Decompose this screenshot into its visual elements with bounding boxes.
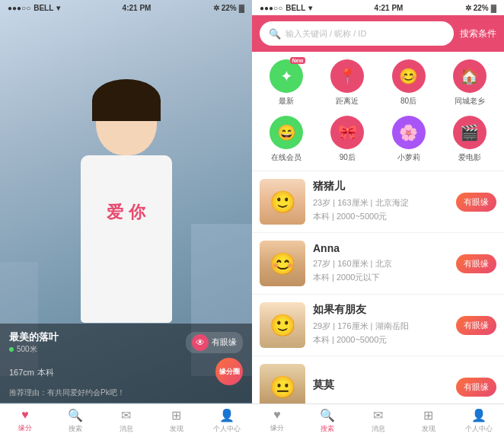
user-education: 本科: [37, 368, 54, 377]
user-details-2: 27岁 | 160厘米 | 北京本科 | 2000元以下: [313, 257, 448, 284]
left-panel: ●●●○○ BELL ▾ 4:21 PM ✲ 22% ▓ 爱 你 最美的落叶 5…: [0, 0, 252, 437]
wifi-icon: ▾: [56, 4, 60, 12]
nearby-label: 距离近: [336, 96, 359, 107]
shirt-text: 爱 你: [107, 201, 145, 224]
filter-item-movie[interactable]: 🎬 爱电影: [453, 116, 486, 163]
search-icon-right: 🔍: [320, 408, 335, 423]
80s-icon: 😊: [392, 59, 426, 93]
user-card-1[interactable]: 🙂 猪猪儿 23岁 | 163厘米 | 北京海淀本科 | 2000~5000元 …: [252, 171, 504, 232]
battery-icon-right: ▓: [491, 4, 496, 12]
search-magnifier-icon: 🔍: [269, 28, 281, 40]
like-button-4[interactable]: 有眼缘: [456, 378, 496, 397]
carrier-info-right: ●●●○○ BELL ▾: [260, 4, 312, 12]
left-user-block: 最美的落叶 500米: [9, 330, 59, 355]
battery-info-right: ✲ 22% ▓: [465, 4, 496, 12]
message-label-right: 消息: [372, 424, 385, 434]
right-panel: ●●●○○ BELL ▾ 4:21 PM ✲ 22% ▓ 🔍 输入关键词 / 昵…: [252, 0, 504, 437]
filter-item-90s[interactable]: 🎀 90后: [330, 116, 364, 163]
filter-item-loli[interactable]: 🌸 小萝莉: [392, 116, 426, 163]
loli-icon: 🌸: [392, 116, 426, 149]
90s-label: 90后: [340, 152, 356, 163]
person-hair: [92, 79, 161, 121]
user-info-1: 猪猪儿 23岁 | 163厘米 | 北京海淀本科 | 2000~5000元: [313, 180, 448, 223]
recommend-text: 推荐理由：有共同爱好约会Pk吧！: [9, 388, 243, 398]
profile-icon-left: 👤: [219, 408, 234, 423]
user-stats-text: 167cm 本科: [9, 365, 54, 378]
bluetooth-icon: ✲: [213, 4, 219, 12]
user-distance: 500米: [9, 344, 59, 355]
nav-item-yuanfen-right[interactable]: ♥ 缘分: [252, 404, 302, 437]
nav-item-yuanfen-left[interactable]: ♥ 缘分: [0, 404, 50, 437]
filter-item-80s[interactable]: 😊 80后: [392, 59, 426, 107]
nav-item-message-right[interactable]: ✉ 消息: [352, 404, 403, 437]
profile-icon-right: 👤: [471, 408, 486, 423]
discover-label-right: 发现: [422, 424, 435, 434]
like-button-3[interactable]: 有眼缘: [456, 316, 496, 335]
online-label: 在线会员: [271, 152, 301, 163]
user-name-2: Anna: [313, 242, 448, 254]
nav-item-message-left[interactable]: ✉ 消息: [100, 404, 151, 437]
yuanfen-label-right: 缘分: [270, 423, 284, 433]
user-info-overlay: 最美的落叶 500米 👁 有眼缘 167cm 本科 缘分圈 推荐理由：有共同爱好…: [0, 324, 252, 403]
message-icon-right: ✉: [373, 408, 383, 423]
carrier-info: ●●●○○ BELL ▾: [8, 4, 60, 12]
user-card-2[interactable]: 😊 Anna 27岁 | 160厘米 | 北京本科 | 2000元以下 有眼缘: [252, 233, 504, 294]
nearby-icon: 📍: [330, 59, 364, 93]
wifi-icon-right: ▾: [308, 4, 312, 12]
time-right: 4:21 PM: [375, 4, 404, 12]
nav-item-search-right[interactable]: 🔍 搜索: [302, 404, 352, 437]
carrier-name: BELL: [33, 4, 53, 12]
like-button-1[interactable]: 有眼缘: [456, 193, 496, 212]
user-avatar-1: 🙂: [260, 179, 305, 225]
like-button-2[interactable]: 有眼缘: [456, 254, 496, 273]
filter-item-hometown[interactable]: 🏠 同城老乡: [453, 59, 486, 107]
nav-item-profile-right[interactable]: 👤 个人中心: [454, 404, 504, 437]
filter-row-2: 😄 在线会员 🎀 90后 🌸 小萝莉 🎬 爱电影: [252, 113, 504, 171]
search-placeholder: 输入关键词 / 昵称 / ID: [285, 28, 366, 40]
filter-item-online[interactable]: 😄 在线会员: [270, 116, 303, 163]
search-bar: 🔍 输入关键词 / 昵称 / ID 搜索条件: [252, 15, 504, 52]
new-badge: New: [290, 57, 305, 64]
90s-icon: 🎀: [330, 116, 364, 149]
movie-icon: 🎬: [453, 116, 486, 149]
battery-icon-left: ▓: [239, 4, 244, 12]
user-details-3: 29岁 | 176厘米 | 湖南岳阳本科 | 2000~5000元: [313, 320, 448, 346]
filter-row-1: New ✦ 最新 📍 距离近 😊 80后 🏠 同城老乡: [252, 52, 504, 113]
search-label-right: 搜索: [321, 424, 334, 434]
nav-item-discover-left[interactable]: ⊞ 发现: [152, 404, 202, 437]
user-card-4[interactable]: 😐 莫莫 有眼缘: [252, 356, 504, 404]
user-avatar-4: 😐: [260, 364, 305, 404]
bottom-nav-left: ♥ 缘分 🔍 搜索 ✉ 消息 ⊞ 发现 👤 个人中心: [0, 404, 252, 437]
user-name-1: 猪猪儿: [313, 180, 448, 193]
nav-item-profile-left[interactable]: 👤 个人中心: [202, 404, 252, 437]
online-dot: [9, 347, 14, 352]
search-condition-button[interactable]: 搜索条件: [460, 27, 496, 40]
nav-item-search-left[interactable]: 🔍 搜索: [50, 404, 100, 437]
carrier-name-right: BELL: [285, 4, 305, 12]
person-head: [96, 87, 157, 155]
eye-label: 有眼缘: [212, 337, 237, 348]
battery-info-left: ✲ 22% ▓: [213, 4, 244, 12]
nav-item-discover-right[interactable]: ⊞ 发现: [404, 404, 454, 437]
user-name-left: 最美的落叶: [9, 331, 59, 343]
newest-icon: New ✦: [270, 59, 303, 93]
eye-button[interactable]: 👁 有眼缘: [186, 332, 243, 353]
signal-dots-right: ●●●○○: [260, 4, 282, 12]
discover-icon-left: ⊞: [171, 408, 181, 423]
distance-value: 500米: [17, 344, 37, 355]
search-input-box[interactable]: 🔍 输入关键词 / 昵称 / ID: [260, 21, 454, 46]
user-stats-row: 167cm 本科 缘分圈: [9, 358, 243, 385]
yuan-button[interactable]: 缘分圈: [215, 358, 243, 385]
online-icon: 😄: [270, 116, 303, 149]
user-card-3[interactable]: 🙂 如果有朋友 29岁 | 176厘米 | 湖南岳阳本科 | 2000~5000…: [252, 295, 504, 356]
filter-item-nearby[interactable]: 📍 距离近: [330, 59, 364, 107]
user-list: 🙂 猪猪儿 23岁 | 163厘米 | 北京海淀本科 | 2000~5000元 …: [252, 171, 504, 404]
yuanfen-icon-right: ♥: [273, 408, 281, 422]
user-avatar-2: 😊: [260, 241, 305, 286]
movie-label: 爱电影: [458, 152, 481, 163]
filter-item-newest[interactable]: New ✦ 最新: [270, 59, 303, 107]
name-row: 最美的落叶 500米 👁 有眼缘: [9, 330, 243, 355]
newest-label: 最新: [279, 96, 294, 107]
yuanfen-icon-left: ♥: [21, 408, 29, 422]
time-left: 4:21 PM: [123, 4, 152, 12]
